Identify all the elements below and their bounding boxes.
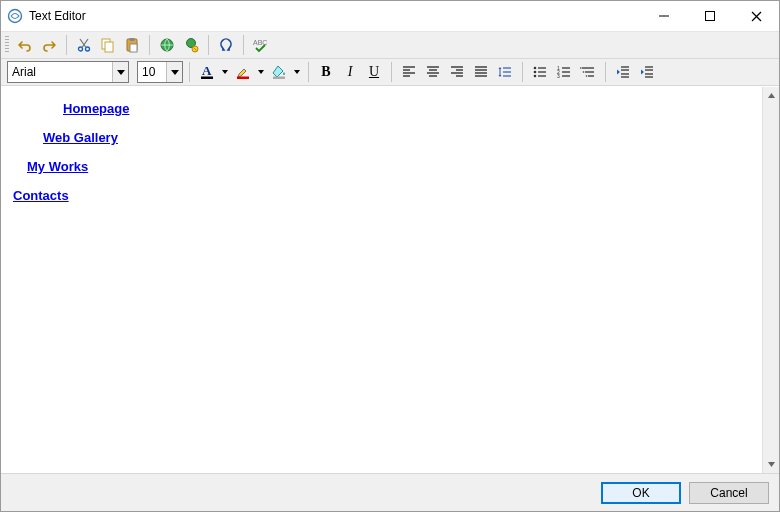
scroll-track[interactable] [763,104,779,456]
separator [391,62,392,82]
toolbar-grip [5,36,9,54]
separator [189,62,190,82]
separator [522,62,523,82]
svg-rect-13 [130,44,137,52]
editor-body[interactable]: Homepage Web Gallery My Works Contacts [1,87,762,473]
fill-button[interactable] [268,61,290,83]
maximize-button[interactable] [687,1,733,31]
highlight-button[interactable] [232,61,254,83]
font-size-combo[interactable] [137,61,183,83]
copy-button[interactable] [97,34,119,56]
link-homepage[interactable]: Homepage [63,101,129,116]
line-spacing-button[interactable] [494,61,516,83]
svg-point-57 [580,67,582,69]
svg-rect-21 [273,77,285,80]
font-name-combo[interactable] [7,61,129,83]
svg-point-5 [79,47,83,51]
align-center-button[interactable] [422,61,444,83]
font-size-input[interactable] [138,62,166,82]
svg-point-6 [86,47,90,51]
scroll-down-icon[interactable] [763,456,779,473]
window-controls [641,1,779,31]
spellcheck-button[interactable]: ABC [250,34,272,56]
svg-text:3: 3 [557,73,560,79]
vertical-scrollbar[interactable] [762,87,779,473]
svg-point-59 [586,75,588,77]
font-color-dropdown[interactable] [220,61,230,83]
number-list-button[interactable]: 123 [553,61,575,83]
separator [243,35,244,55]
font-color-button[interactable]: A [196,61,218,83]
titlebar: Text Editor [1,1,779,31]
cut-button[interactable] [73,34,95,56]
underline-button[interactable]: U [363,61,385,83]
link-contacts[interactable]: Contacts [13,188,69,203]
font-size-dropdown[interactable] [166,62,182,82]
toolbar-main: ABC [1,31,779,59]
close-button[interactable] [733,1,779,31]
bullet-list-button[interactable] [529,61,551,83]
font-name-input[interactable] [8,62,112,82]
symbol-button[interactable] [215,34,237,56]
content-area: Homepage Web Gallery My Works Contacts [1,86,779,473]
highlight-dropdown[interactable] [256,61,266,83]
redo-button[interactable] [38,34,60,56]
cancel-button[interactable]: Cancel [689,482,769,504]
outdent-button[interactable] [612,61,634,83]
undo-button[interactable] [14,34,36,56]
separator [149,35,150,55]
ok-button[interactable]: OK [601,482,681,504]
separator [208,35,209,55]
window-title: Text Editor [29,9,641,23]
font-name-dropdown[interactable] [112,62,128,82]
italic-button[interactable]: I [339,61,361,83]
align-justify-button[interactable] [470,61,492,83]
dialog-footer: OK Cancel [1,473,779,511]
svg-point-44 [534,75,537,78]
svg-rect-2 [706,12,715,21]
svg-rect-20 [237,77,249,80]
paste-button[interactable] [121,34,143,56]
scroll-up-icon[interactable] [763,87,779,104]
separator [308,62,309,82]
link-my-works[interactable]: My Works [27,159,88,174]
align-left-button[interactable] [398,61,420,83]
multilevel-list-button[interactable] [577,61,599,83]
svg-point-42 [534,67,537,70]
align-right-button[interactable] [446,61,468,83]
link-button[interactable] [180,34,202,56]
web-button[interactable] [156,34,178,56]
svg-point-58 [583,71,585,73]
minimize-button[interactable] [641,1,687,31]
fill-dropdown[interactable] [292,61,302,83]
toolbar-format: A B I U [1,59,779,86]
svg-text:A: A [202,64,212,78]
separator [605,62,606,82]
svg-text:ABC: ABC [253,39,267,46]
indent-button[interactable] [636,61,658,83]
svg-rect-10 [105,42,113,52]
bold-button[interactable]: B [315,61,337,83]
svg-point-43 [534,71,537,74]
svg-rect-12 [130,38,135,41]
svg-rect-19 [201,77,213,80]
link-web-gallery[interactable]: Web Gallery [43,130,118,145]
window: Text Editor [0,0,780,512]
app-icon [7,8,23,24]
separator [66,35,67,55]
